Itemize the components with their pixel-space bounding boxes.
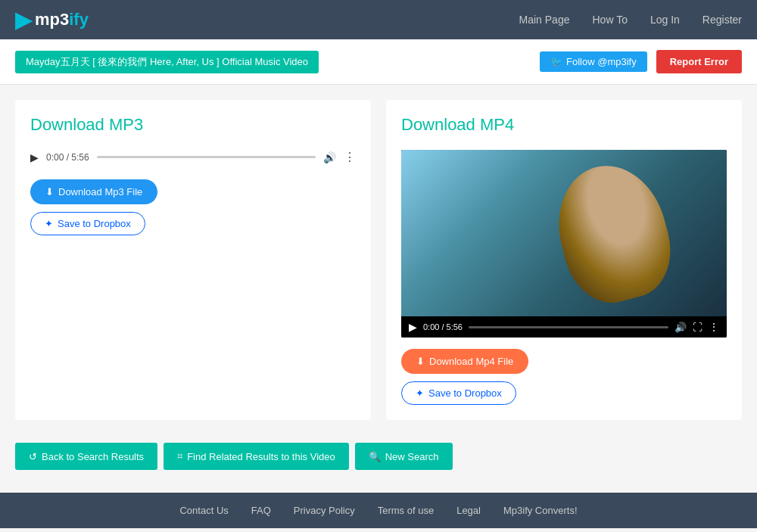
download-mp4-icon: ⬇	[416, 356, 425, 367]
dropbox-icon: ✦	[45, 218, 53, 229]
audio-progress-bar[interactable]	[97, 156, 316, 158]
nav-how-to[interactable]: How To	[592, 14, 627, 26]
nav-register[interactable]: Register	[702, 14, 742, 26]
mp4-panel: Download MP4 ▶ 0:00 / 5:56 🔊 ⛶ ⋮ ⬇ Downl…	[386, 100, 742, 420]
audio-more-icon[interactable]: ⋮	[344, 150, 356, 164]
dropbox-mp3-label: Save to Dropbox	[58, 218, 131, 229]
related-icon: ⌗	[177, 450, 182, 462]
audio-player[interactable]: ▶ 0:00 / 5:56 🔊 ⋮	[30, 150, 356, 164]
mp4-title: Download MP4	[401, 115, 727, 135]
footer-mp3ify-converts[interactable]: Mp3ify Converts!	[503, 505, 578, 516]
download-mp4-button[interactable]: ⬇ Download Mp4 File	[401, 349, 528, 374]
video-player[interactable]: ▶ 0:00 / 5:56 🔊 ⛶ ⋮	[401, 150, 727, 338]
save-dropbox-mp3-button[interactable]: ✦ Save to Dropbox	[30, 212, 145, 235]
action-row: ↺ Back to Search Results ⌗ Find Related …	[0, 435, 757, 485]
back-to-search-button[interactable]: ↺ Back to Search Results	[15, 443, 157, 470]
back-label: Back to Search Results	[42, 451, 144, 462]
logo-mp3-text: mp3	[35, 10, 69, 30]
new-search-label: New Search	[385, 451, 439, 462]
header: ▶ mp3 ify Main Page How To Log In Regist…	[0, 0, 757, 39]
audio-time: 0:00 / 5:56	[46, 152, 89, 163]
new-search-button[interactable]: 🔍 New Search	[355, 443, 453, 470]
search-actions: 🐦 Follow @mp3ify Report Error	[540, 50, 742, 73]
logo: ▶ mp3 ify	[15, 8, 89, 33]
video-fullscreen-icon[interactable]: ⛶	[693, 322, 702, 333]
footer-contact-us[interactable]: Contact Us	[179, 505, 228, 516]
download-icon: ⬇	[45, 186, 54, 198]
save-dropbox-mp4-button[interactable]: ✦ Save to Dropbox	[401, 381, 516, 405]
nav-log-in[interactable]: Log In	[650, 14, 680, 26]
related-label: Find Related Results to this Video	[187, 451, 335, 462]
download-mp3-label: Download Mp3 File	[58, 186, 142, 198]
video-more-icon[interactable]: ⋮	[709, 321, 719, 333]
footer-privacy-policy[interactable]: Privacy Policy	[294, 505, 355, 516]
find-related-button[interactable]: ⌗ Find Related Results to this Video	[164, 443, 349, 470]
video-play-icon[interactable]: ▶	[409, 321, 417, 333]
twitter-icon: 🐦	[550, 56, 562, 67]
main-nav: Main Page How To Log In Register	[519, 14, 742, 26]
video-time: 0:00 / 5:56	[423, 322, 463, 331]
video-controls: ▶ 0:00 / 5:56 🔊 ⛶ ⋮	[401, 316, 727, 338]
twitter-follow-button[interactable]: 🐦 Follow @mp3ify	[540, 51, 647, 72]
search-area: Mayday五月天 [ 後來的我們 Here, After, Us ] Offi…	[0, 39, 757, 85]
twitter-label: Follow @mp3ify	[566, 56, 637, 67]
logo-ify-text: ify	[69, 10, 89, 30]
footer: Contact Us FAQ Privacy Policy Terms of u…	[0, 493, 757, 528]
search-query-display: Mayday五月天 [ 後來的我們 Here, After, Us ] Offi…	[15, 51, 319, 73]
back-icon: ↺	[29, 451, 37, 462]
footer-links: Contact Us FAQ Privacy Policy Terms of u…	[15, 505, 742, 516]
download-mp4-label: Download Mp4 File	[429, 356, 513, 367]
dropbox-mp4-icon: ✦	[416, 387, 424, 399]
main-content: Download MP3 ▶ 0:00 / 5:56 🔊 ⋮ ⬇ Downloa…	[0, 85, 757, 435]
video-thumbnail	[401, 150, 727, 316]
mp3-title: Download MP3	[30, 115, 356, 135]
mp3-panel: Download MP3 ▶ 0:00 / 5:56 🔊 ⋮ ⬇ Downloa…	[15, 100, 371, 420]
audio-volume-icon[interactable]: 🔊	[323, 151, 336, 163]
video-volume-icon[interactable]: 🔊	[674, 322, 687, 333]
audio-play-icon[interactable]: ▶	[30, 151, 39, 163]
nav-main-page[interactable]: Main Page	[519, 14, 570, 26]
download-mp3-button[interactable]: ⬇ Download Mp3 File	[30, 179, 157, 204]
report-error-button[interactable]: Report Error	[656, 50, 742, 73]
footer-faq[interactable]: FAQ	[251, 505, 271, 516]
footer-terms-of-use[interactable]: Terms of use	[378, 505, 434, 516]
footer-legal[interactable]: Legal	[456, 505, 481, 516]
logo-arrow-icon: ▶	[15, 8, 32, 33]
search-icon: 🔍	[369, 451, 381, 462]
video-progress-bar[interactable]	[469, 326, 668, 328]
dropbox-mp4-label: Save to Dropbox	[428, 387, 502, 399]
